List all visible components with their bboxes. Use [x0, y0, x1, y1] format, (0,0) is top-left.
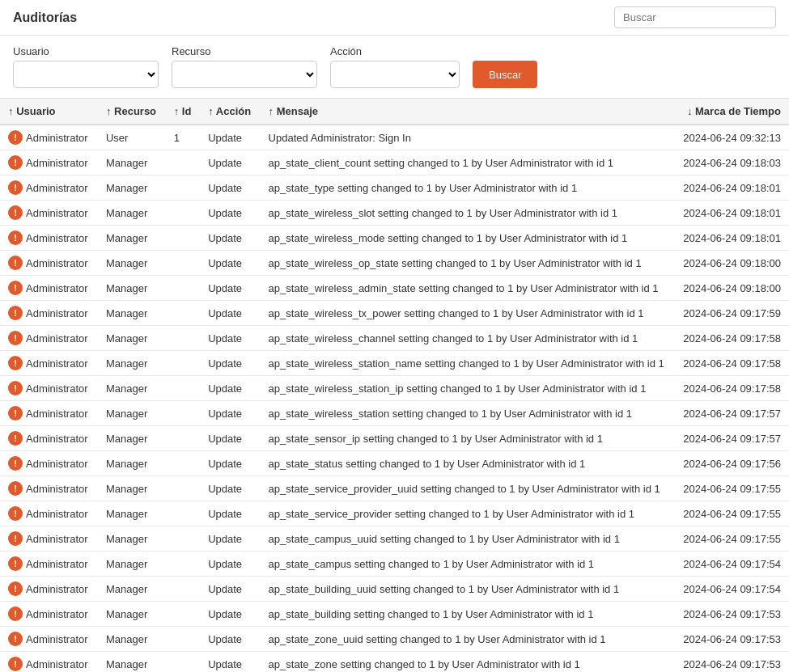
cell-mensaje: ap_state_building setting changed to 1 b…: [261, 602, 673, 627]
cell-accion: Update: [200, 426, 260, 451]
cell-accion: Update: [200, 351, 260, 376]
cell-marca-tiempo: 2024-06-24 09:17:55: [672, 476, 789, 501]
cell-id: [166, 226, 201, 251]
cell-id: [166, 526, 201, 552]
cell-marca-tiempo: 2024-06-24 09:32:13: [672, 125, 789, 150]
search-button[interactable]: Buscar: [473, 61, 537, 88]
cell-recurso: Manager: [98, 401, 166, 426]
table-row: !AdministratorManagerUpdateap_state_clie…: [0, 150, 789, 175]
cell-usuario: !Administrator: [0, 201, 98, 226]
cell-mensaje: ap_state_zone_uuid setting changed to 1 …: [261, 627, 673, 652]
col-recurso[interactable]: ↑ Recurso: [98, 99, 166, 125]
cell-id: [166, 476, 201, 501]
cell-id: [166, 602, 201, 627]
cell-recurso: Manager: [98, 552, 166, 577]
cell-id: [166, 652, 201, 673]
usuario-select[interactable]: [13, 61, 159, 88]
user-icon: !: [8, 581, 23, 596]
cell-usuario: !Administrator: [0, 476, 98, 501]
user-icon: !: [8, 431, 23, 446]
cell-accion: Update: [200, 276, 260, 301]
cell-id: [166, 401, 201, 426]
cell-accion: Update: [200, 526, 260, 552]
cell-accion: Update: [200, 401, 260, 426]
cell-marca-tiempo: 2024-06-24 09:18:01: [672, 226, 789, 251]
cell-mensaje: ap_state_zone setting changed to 1 by Us…: [261, 652, 673, 673]
cell-recurso: Manager: [98, 301, 166, 326]
cell-id: [166, 501, 201, 526]
user-icon: !: [8, 155, 23, 170]
audit-table: ↑ Usuario ↑ Recurso ↑ Id ↑ Acción ↑ Me: [0, 99, 789, 672]
user-icon: !: [8, 381, 23, 395]
cell-accion: Update: [200, 175, 260, 201]
cell-marca-tiempo: 2024-06-24 09:17:53: [672, 652, 789, 673]
page-title: Auditorías: [13, 11, 77, 25]
table-row: !AdministratorManagerUpdateap_state_wire…: [0, 251, 789, 276]
cell-marca-tiempo: 2024-06-24 09:18:00: [672, 276, 789, 301]
col-mensaje[interactable]: ↑ Mensaje: [261, 99, 673, 125]
cell-marca-tiempo: 2024-06-24 09:18:03: [672, 150, 789, 175]
cell-mensaje: Updated Administrator: Sign In: [261, 125, 673, 150]
cell-id: [166, 351, 201, 376]
cell-marca-tiempo: 2024-06-24 09:17:55: [672, 526, 789, 552]
cell-marca-tiempo: 2024-06-24 09:17:54: [672, 577, 789, 602]
user-icon: !: [8, 657, 23, 671]
user-icon: !: [8, 230, 23, 245]
cell-mensaje: ap_state_wireless_station setting change…: [261, 401, 673, 426]
cell-usuario: !Administrator: [0, 401, 98, 426]
col-mensaje-label: Mensaje: [277, 105, 318, 117]
user-icon: !: [8, 130, 23, 145]
cell-recurso: Manager: [98, 577, 166, 602]
cell-marca-tiempo: 2024-06-24 09:18:00: [672, 251, 789, 276]
cell-accion: Update: [200, 226, 260, 251]
table-row: !AdministratorManagerUpdateap_state_buil…: [0, 602, 789, 627]
col-usuario[interactable]: ↑ Usuario: [0, 99, 98, 125]
cell-id: [166, 552, 201, 577]
cell-recurso: Manager: [98, 602, 166, 627]
table-row: !AdministratorManagerUpdateap_state_zone…: [0, 652, 789, 673]
col-marca-tiempo[interactable]: ↓ Marca de Tiempo: [672, 99, 789, 125]
usuario-label: Usuario: [13, 45, 159, 57]
cell-mensaje: ap_state_campus setting changed to 1 by …: [261, 552, 673, 577]
search-input[interactable]: [614, 6, 776, 28]
cell-mensaje: ap_state_wireless_admin_state setting ch…: [261, 276, 673, 301]
cell-usuario: !Administrator: [0, 276, 98, 301]
cell-marca-tiempo: 2024-06-24 09:17:58: [672, 326, 789, 351]
accion-label: Acción: [330, 45, 460, 57]
user-icon: !: [8, 556, 23, 571]
cell-marca-tiempo: 2024-06-24 09:17:53: [672, 627, 789, 652]
cell-marca-tiempo: 2024-06-24 09:18:01: [672, 175, 789, 201]
cell-marca-tiempo: 2024-06-24 09:17:56: [672, 451, 789, 476]
cell-marca-tiempo: 2024-06-24 09:17:58: [672, 351, 789, 376]
cell-id: [166, 175, 201, 201]
cell-mensaje: ap_state_status setting changed to 1 by …: [261, 451, 673, 476]
col-id[interactable]: ↑ Id: [166, 99, 201, 125]
user-icon: !: [8, 256, 23, 270]
user-icon: !: [8, 331, 23, 345]
user-icon: !: [8, 456, 23, 471]
cell-id: [166, 426, 201, 451]
table-row: !AdministratorManagerUpdateap_state_wire…: [0, 226, 789, 251]
cell-accion: Update: [200, 652, 260, 673]
col-accion[interactable]: ↑ Acción: [200, 99, 260, 125]
cell-marca-tiempo: 2024-06-24 09:17:57: [672, 401, 789, 426]
cell-recurso: Manager: [98, 150, 166, 175]
table-row: !AdministratorUser1UpdateUpdated Adminis…: [0, 125, 789, 150]
cell-id: [166, 301, 201, 326]
table-row: !AdministratorManagerUpdateap_state_wire…: [0, 401, 789, 426]
header-search[interactable]: [614, 6, 776, 28]
cell-mensaje: ap_state_client_count setting changed to…: [261, 150, 673, 175]
cell-accion: Update: [200, 125, 260, 150]
cell-accion: Update: [200, 451, 260, 476]
user-icon: !: [8, 632, 23, 646]
cell-marca-tiempo: 2024-06-24 09:17:59: [672, 301, 789, 326]
col-marca-tiempo-label: Marca de Tiempo: [695, 105, 781, 117]
cell-recurso: Manager: [98, 376, 166, 401]
cell-usuario: !Administrator: [0, 501, 98, 526]
cell-accion: Update: [200, 476, 260, 501]
accion-select[interactable]: [330, 61, 460, 88]
cell-recurso: Manager: [98, 226, 166, 251]
cell-marca-tiempo: 2024-06-24 09:18:01: [672, 201, 789, 226]
cell-mensaje: ap_state_service_provider_uuid setting c…: [261, 476, 673, 501]
recurso-select[interactable]: [172, 61, 317, 88]
